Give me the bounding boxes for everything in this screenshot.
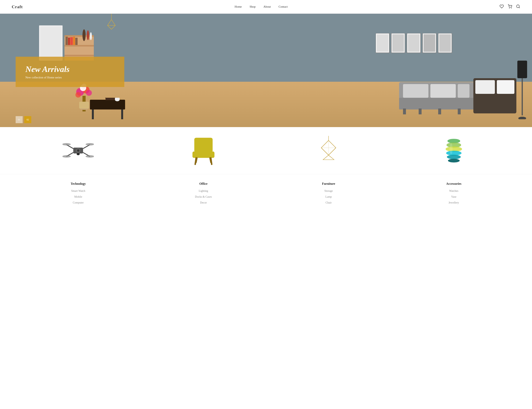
svg-marker-29 — [108, 19, 115, 25]
category-technology: Technology Smart Watch Mobile Computer — [61, 182, 96, 207]
svg-point-97 — [448, 159, 460, 162]
svg-rect-42 — [419, 109, 422, 114]
drone-image — [63, 139, 94, 162]
product-vase[interactable] — [434, 135, 473, 166]
chair-image — [190, 136, 217, 165]
category-item-decor[interactable]: Decor — [186, 201, 221, 204]
category-item-watches[interactable]: Watches — [436, 189, 471, 193]
svg-rect-25 — [423, 34, 435, 52]
svg-point-73 — [63, 155, 71, 158]
category-technology-title: Technology — [61, 182, 96, 186]
svg-point-15 — [83, 29, 86, 41]
category-item-lamp[interactable]: Lamp — [311, 195, 346, 198]
svg-point-49 — [86, 90, 92, 96]
svg-rect-78 — [193, 151, 215, 158]
svg-rect-53 — [79, 102, 89, 109]
svg-rect-37 — [430, 84, 456, 98]
category-item-lighting[interactable]: Lighting — [186, 189, 221, 193]
svg-marker-89 — [323, 155, 334, 159]
svg-line-31 — [108, 25, 111, 29]
svg-rect-63 — [121, 110, 123, 119]
hanging-lamp-decoration — [104, 14, 119, 37]
category-furniture: Furniture Storage Lamp Chair — [311, 182, 346, 207]
svg-rect-38 — [458, 84, 469, 98]
svg-line-32 — [111, 25, 115, 29]
svg-rect-39 — [475, 80, 495, 94]
svg-point-1 — [511, 8, 512, 8]
product-chair[interactable] — [184, 135, 223, 166]
product-drone[interactable] — [59, 135, 98, 166]
svg-point-66 — [77, 149, 79, 152]
svg-rect-56 — [517, 61, 527, 78]
svg-rect-57 — [90, 100, 125, 110]
svg-point-50 — [75, 92, 81, 98]
category-item-smartwatch[interactable]: Smart Watch — [61, 189, 96, 193]
svg-point-2 — [517, 5, 520, 8]
svg-marker-30 — [108, 19, 115, 29]
svg-line-91 — [329, 155, 334, 159]
category-item-chair[interactable]: Chair — [311, 201, 346, 204]
nav-about[interactable]: About — [264, 5, 271, 9]
svg-rect-8 — [64, 45, 94, 46]
coffee-table-decoration — [88, 98, 127, 121]
svg-point-74 — [86, 155, 94, 158]
svg-rect-11 — [68, 37, 70, 45]
svg-rect-61 — [115, 98, 119, 100]
hero-section: New Arrivals New collection of Home seri… — [0, 14, 532, 127]
svg-point-71 — [63, 143, 71, 145]
category-office: Office Lighting Docks & Cases Decor — [186, 182, 221, 207]
svg-rect-9 — [64, 55, 94, 56]
svg-point-55 — [518, 117, 526, 119]
cart-icon[interactable] — [508, 4, 512, 9]
svg-line-85 — [321, 148, 329, 155]
category-accessories: Accessories Watches Vase Jewellery — [436, 182, 471, 207]
svg-line-86 — [329, 148, 336, 155]
floor-lamp-decoration — [516, 61, 528, 119]
svg-rect-5 — [40, 26, 62, 60]
svg-rect-7 — [64, 35, 94, 37]
svg-rect-40 — [497, 80, 514, 94]
logo[interactable]: Craft — [12, 4, 23, 9]
site-header: Craft Home Shop About Contact — [0, 0, 532, 14]
svg-point-0 — [509, 8, 510, 8]
header-icons — [500, 4, 520, 9]
svg-line-90 — [323, 155, 329, 159]
svg-rect-14 — [75, 38, 78, 45]
svg-rect-36 — [403, 84, 428, 98]
svg-line-3 — [519, 7, 520, 8]
nav-contact[interactable]: Contact — [278, 5, 288, 9]
wall-pictures — [376, 33, 454, 57]
category-furniture-title: Furniture — [311, 182, 346, 186]
svg-rect-62 — [92, 110, 94, 119]
hero-banner: New Arrivals New collection of Home seri… — [16, 57, 124, 87]
svg-rect-21 — [392, 34, 404, 52]
categories-section: Technology Smart Watch Mobile Computer O… — [0, 174, 532, 219]
category-item-docks-cases[interactable]: Docks & Cases — [186, 195, 221, 198]
hero-title: New Arrivals — [25, 65, 70, 74]
svg-rect-19 — [377, 34, 388, 52]
product-lamp[interactable] — [309, 135, 348, 166]
slide-dot-1[interactable]: 01 — [16, 116, 23, 123]
svg-rect-10 — [65, 37, 68, 45]
category-item-jewellery[interactable]: Jewellery — [436, 201, 471, 204]
hero-subtitle: New collection of Home series — [25, 76, 70, 79]
svg-rect-54 — [522, 76, 523, 115]
svg-point-16 — [87, 30, 89, 40]
product-images-section — [0, 127, 532, 174]
svg-rect-23 — [408, 34, 420, 52]
svg-rect-41 — [403, 109, 406, 114]
category-item-storage[interactable]: Storage — [311, 189, 346, 193]
sofa-decoration — [399, 74, 516, 117]
svg-rect-44 — [458, 109, 461, 114]
category-item-mobile[interactable]: Mobile — [61, 195, 96, 198]
category-accessories-title: Accessories — [436, 182, 471, 186]
svg-rect-12 — [70, 37, 73, 45]
slide-dot-2[interactable]: 02 — [24, 116, 31, 123]
search-icon[interactable] — [516, 4, 520, 9]
svg-point-98 — [449, 143, 452, 154]
category-item-vase[interactable]: Vase — [436, 195, 471, 198]
category-item-computer[interactable]: Computer — [61, 201, 96, 204]
nav-home[interactable]: Home — [235, 5, 242, 9]
nav-shop[interactable]: Shop — [250, 5, 256, 9]
wishlist-icon[interactable] — [500, 4, 504, 9]
